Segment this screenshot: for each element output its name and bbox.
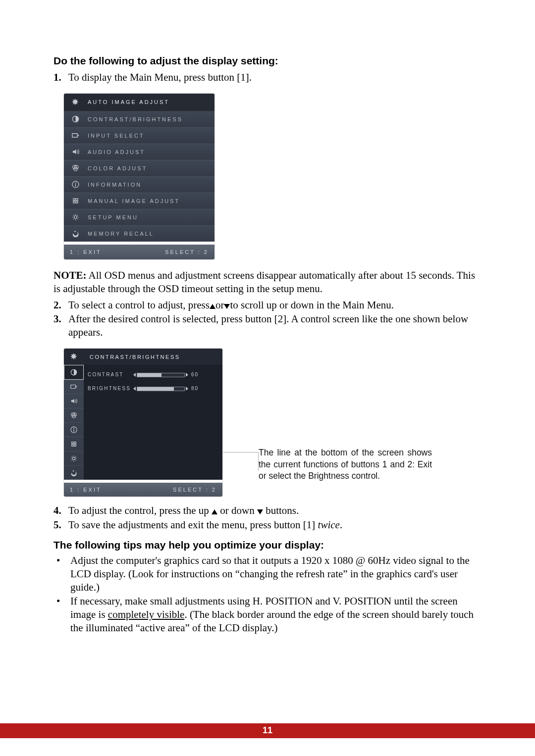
- step-text: After the desired control is selected, p…: [68, 312, 482, 339]
- setup-icon: [69, 209, 82, 225]
- tip-text: Adjust the computer's graphics card so t…: [70, 554, 482, 594]
- slider-label: CONTRAST: [88, 372, 133, 378]
- osd2-footer: 1 : EXIT SELECT : 2: [64, 483, 222, 497]
- step-text: To save the adjustments and exit the men…: [68, 518, 482, 532]
- step-1: 1. To display the Main Menu, press butto…: [54, 71, 482, 84]
- osd-item-label: CONTRAST/BRIGHTNESS: [88, 116, 183, 123]
- step-5: 5. To save the adjustments and exit the …: [54, 518, 482, 532]
- slider-value: 60: [191, 372, 199, 378]
- slider-bar: [137, 373, 185, 377]
- arrow-up-icon: [210, 304, 215, 309]
- osd-item: SETUP MENU: [64, 209, 214, 226]
- step-number: 3.: [54, 312, 68, 339]
- step-number: 1.: [54, 71, 68, 84]
- tip-item: • Adjust the computer's graphics card so…: [54, 554, 482, 594]
- audio-icon: [69, 144, 82, 160]
- slider-bar: [137, 387, 185, 391]
- step-text: To display the Main Menu, press button […: [68, 71, 482, 84]
- bullet-dot: •: [54, 595, 70, 635]
- osd-item: AUDIO ADJUST: [64, 144, 214, 160]
- note-label: NOTE:: [54, 269, 87, 281]
- note-paragraph: NOTE: All OSD menus and adjustment scree…: [54, 269, 482, 296]
- slider-value: 80: [191, 386, 199, 392]
- step-number: 2.: [54, 299, 68, 312]
- audio-icon: [64, 394, 84, 408]
- osd-footer-select: SELECT : 2: [173, 486, 216, 493]
- osd-item: INFORMATION: [64, 177, 214, 193]
- osd-item-label: INFORMATION: [88, 181, 142, 188]
- setup-icon: [64, 452, 84, 466]
- arrow-up-icon: [212, 509, 217, 514]
- tip-text: If necessary, make small adjustments usi…: [70, 595, 482, 635]
- page-footer: 11: [0, 723, 535, 738]
- input-select-icon: [64, 380, 84, 394]
- page-number: 11: [263, 725, 272, 736]
- bullet-dot: •: [54, 554, 70, 594]
- step-3: 3. After the desired control is selected…: [54, 312, 482, 339]
- osd-footer-select: SELECT : 2: [165, 249, 209, 255]
- info-icon: [64, 423, 84, 437]
- step-2: 2. To select a control to adjust, presso…: [54, 299, 482, 312]
- osd-main-menu: AUTO IMAGE ADJUST CONTRAST/BRIGHTNESS IN…: [63, 93, 215, 260]
- osd-item: MANUAL IMAGE ADJUST: [64, 193, 214, 209]
- osd-item-label: COLOR ADJUST: [88, 165, 147, 172]
- osd-item-label: AUTO IMAGE ADJUST: [88, 99, 169, 105]
- osd2-sidebar: [64, 365, 84, 480]
- step-text: To select a control to adjust, pressorto…: [68, 299, 482, 312]
- osd-footer-exit: 1 : EXIT: [70, 249, 102, 255]
- osd-item-label: SETUP MENU: [88, 214, 138, 221]
- note-body: All OSD menus and adjustment screens dis…: [54, 269, 475, 295]
- recall-icon: [69, 226, 82, 242]
- osd-footer: 1 : EXIT SELECT : 2: [64, 245, 214, 259]
- step-number: 4.: [54, 504, 68, 517]
- color-icon: [64, 408, 84, 423]
- tips-heading: The following tips may help you optimize…: [54, 539, 482, 552]
- step-text: To adjust the control, press the up or d…: [68, 504, 482, 517]
- input-select-icon: [69, 128, 82, 144]
- annotation-connector: [223, 348, 259, 497]
- arrow-down-icon: [257, 509, 263, 514]
- osd-item: MEMORY RECALL: [64, 226, 214, 242]
- osd-contrast-screen: CONTRAST/BRIGHTNESS CONTRAST: [63, 348, 223, 497]
- arrow-left-icon: [133, 373, 136, 377]
- slider-label: BRIGHTNESS: [88, 386, 133, 392]
- contrast-icon: [64, 365, 84, 380]
- osd2-title: CONTRAST/BRIGHTNESS: [90, 353, 180, 360]
- color-icon: [69, 160, 82, 176]
- osd-item: CONTRAST/BRIGHTNESS: [64, 111, 214, 128]
- osd-item-label: MEMORY RECALL: [88, 230, 154, 237]
- tip-item: • If necessary, make small adjustments u…: [54, 595, 482, 635]
- osd-item-label: AUDIO ADJUST: [88, 149, 145, 155]
- auto-adjust-icon: [69, 94, 82, 111]
- osd-item: COLOR ADJUST: [64, 160, 214, 177]
- osd-item-label: MANUAL IMAGE ADJUST: [88, 198, 180, 204]
- manual-adjust-icon: [69, 193, 82, 209]
- arrow-left-icon: [133, 387, 136, 391]
- step-4: 4. To adjust the control, press the up o…: [54, 504, 482, 517]
- arrow-right-icon: [186, 387, 188, 391]
- osd-item: AUTO IMAGE ADJUST: [64, 94, 214, 111]
- section-heading: Do the following to adjust the display s…: [54, 54, 482, 68]
- arrow-down-icon: [224, 304, 230, 309]
- brightness-slider-row: BRIGHTNESS 80: [88, 382, 218, 396]
- annotation-text: The line at the bottom of the screen sho…: [259, 348, 432, 497]
- info-icon: [69, 177, 82, 193]
- arrow-right-icon: [186, 373, 188, 377]
- osd-footer-exit: 1 : EXIT: [70, 486, 102, 493]
- manual-adjust-icon: [64, 437, 84, 452]
- contrast-slider-row: CONTRAST 60: [88, 368, 218, 382]
- osd-item-label: INPUT SELECT: [88, 132, 145, 139]
- recall-icon: [64, 466, 84, 480]
- step-number: 5.: [54, 518, 68, 532]
- auto-adjust-icon: [64, 349, 84, 365]
- contrast-icon: [69, 111, 82, 127]
- osd-item: INPUT SELECT: [64, 128, 214, 144]
